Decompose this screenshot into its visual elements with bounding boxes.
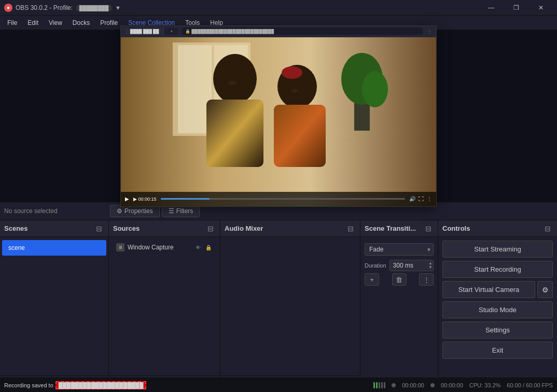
preview-tab-2[interactable]: + [165, 28, 178, 35]
menu-profile[interactable]: Profile [95, 17, 123, 29]
video-content: ▶ ▶ 00:00:15 🔊 ⛶ ⋮ [121, 37, 436, 206]
sources-list: 🖥 Window Capture 👁 🔒 [109, 237, 220, 375]
svg-rect-10 [206, 100, 263, 167]
controls-content: Start Streaming Start Recording Start Vi… [438, 237, 557, 392]
source-item-window-capture[interactable]: 🖥 Window Capture 👁 🔒 [111, 240, 218, 255]
preview-caption: ████ ███ ██ + 🔒 ████████████████████████… [121, 26, 436, 37]
menu-view[interactable]: View [44, 17, 67, 29]
video-right-controls: 🔊 ⛶ ⋮ [409, 196, 432, 202]
properties-button[interactable]: ⚙ Properties [110, 205, 160, 217]
more-transition-button[interactable]: ⋮ [419, 273, 434, 286]
stream-time: 00:00:00 [402, 382, 424, 388]
audio-mixer-panel: Audio Mixer ⊟ ⚙ ⋮ [220, 220, 360, 392]
virtual-camera-row: Start Virtual Camera ⚙ [442, 281, 553, 298]
scenes-panel-title: Scenes [4, 225, 28, 232]
audio-bar-5 [384, 382, 385, 388]
svg-point-8 [362, 71, 388, 107]
audio-mixer-expand-button[interactable]: ⊟ [345, 223, 356, 234]
progress-bar[interactable] [161, 198, 405, 200]
controls-header: Controls ⊟ [438, 220, 557, 237]
start-streaming-button[interactable]: Start Streaming [442, 241, 553, 258]
start-virtual-camera-button[interactable]: Start Virtual Camera [442, 281, 535, 298]
sources-panel-header: Sources ⊟ [109, 220, 220, 237]
transition-select[interactable]: Fade Cut Swipe Slide [365, 243, 434, 256]
studio-mode-button[interactable]: Studio Mode [442, 301, 553, 318]
source-label: Window Capture [128, 244, 191, 251]
scenes-panel-header: Scenes ⊟ [0, 220, 108, 237]
controls-title: Controls [442, 225, 470, 232]
maximize-button[interactable]: ❐ [504, 0, 528, 16]
settings-button[interactable]: Settings [442, 321, 553, 339]
svg-point-13 [282, 66, 302, 79]
duration-decrement-button[interactable]: ▼ [428, 265, 433, 270]
preview-tabs: ████ ███ ██ + [125, 28, 178, 35]
preview-window: ████ ███ ██ + 🔒 ████████████████████████… [120, 25, 437, 207]
close-button[interactable]: ✕ [529, 0, 553, 16]
gear-icon: ⚙ [117, 207, 122, 215]
volume-icon[interactable]: 🔊 [409, 196, 415, 202]
no-source-label: No source selected [4, 207, 108, 215]
more-options-icon[interactable]: ⋮ [427, 196, 432, 202]
menu-file[interactable]: File [2, 17, 22, 29]
exit-button[interactable]: Exit [442, 342, 553, 359]
time-display: ▶ 00:00:15 [133, 197, 157, 202]
preview-area: ████ ███ ██ + 🔒 ████████████████████████… [0, 30, 557, 202]
duration-spinners: ▲ ▼ [428, 260, 433, 271]
status-bar: Recording saved to █████████████████████… [0, 377, 557, 392]
sources-panel-title: Sources [113, 225, 140, 232]
sources-expand-button[interactable]: ⊟ [205, 223, 216, 234]
duration-row: Duration ▲ ▼ [365, 260, 434, 271]
transitions-title: Scene Transiti... [365, 225, 416, 232]
scene-item-scene[interactable]: scene [2, 240, 106, 256]
menu-edit[interactable]: Edit [22, 17, 44, 29]
source-actions: 👁 🔒 [194, 243, 213, 251]
gear-settings-icon: ⚙ [542, 286, 549, 294]
filters-button[interactable]: ☰ Filters [162, 205, 200, 217]
audio-bar-1 [373, 382, 375, 388]
record-time: 00:00:00 [441, 382, 463, 388]
app-icon: ● [4, 4, 12, 12]
transitions-expand-button[interactable]: ⊟ [423, 223, 434, 234]
source-visibility-button[interactable]: 👁 [194, 243, 202, 251]
scenes-panel: Scenes ⊟ scene + 🗑 ☰ ▲ ▼ [0, 220, 109, 392]
add-transition-button[interactable]: + [365, 273, 379, 286]
duration-input-wrap: ▲ ▼ [389, 260, 434, 271]
address-bar[interactable]: 🔒 ████████████████████████████ [182, 27, 423, 35]
cpu-label: CPU: 33.2% [469, 382, 501, 388]
audio-bar-2 [376, 382, 378, 388]
start-recording-button[interactable]: Start Recording [442, 261, 553, 278]
transitions-content: Fade Cut Swipe Slide ▼ Duration ▲ ▼ [360, 237, 438, 392]
fps-label: 60.00 / 60.00 FPS [507, 382, 553, 388]
audio-mixer-content [220, 237, 360, 375]
svg-point-14 [228, 81, 236, 85]
preview-tab-1[interactable]: ████ ███ ██ [125, 28, 164, 35]
filter-icon: ☰ [169, 207, 174, 215]
progress-fill [161, 198, 210, 200]
stream-status-dot [392, 383, 396, 387]
play-button[interactable]: ▶ [125, 196, 129, 202]
fullscreen-icon[interactable]: ⛶ [419, 196, 424, 202]
recording-saved-section: Recording saved to █████████████████████ [4, 381, 146, 389]
source-lock-button[interactable]: 🔒 [204, 243, 213, 251]
preview-video-svg [121, 37, 436, 206]
bottom-panels: Scenes ⊟ scene + 🗑 ☰ ▲ ▼ Sources ⊟ [0, 220, 557, 392]
transition-select-wrapper: Fade Cut Swipe Slide ▼ [365, 243, 434, 256]
window-controls: — ❐ ✕ [479, 0, 553, 16]
virtual-camera-settings-button[interactable]: ⚙ [537, 281, 553, 298]
scenes-expand-button[interactable]: ⊟ [94, 223, 104, 234]
svg-rect-12 [274, 105, 326, 167]
window-capture-icon: 🖥 [116, 243, 124, 251]
titlebar-title: OBS 30.0.2 - Profile: ████████ ▼ [16, 4, 479, 11]
audio-mixer-header: Audio Mixer ⊟ [220, 220, 360, 237]
record-status-dot [430, 383, 435, 387]
audio-bar-3 [379, 382, 380, 388]
menu-docks[interactable]: Docks [67, 17, 95, 29]
duration-input[interactable] [389, 260, 434, 271]
transitions-panel: Scene Transiti... ⊟ Fade Cut Swipe Slide… [360, 220, 438, 392]
minimize-button[interactable]: — [479, 0, 503, 16]
delete-transition-button[interactable]: 🗑 [392, 273, 407, 286]
titlebar: ● OBS 30.0.2 - Profile: ████████ ▼ — ❐ ✕ [0, 0, 557, 16]
svg-point-15 [291, 89, 298, 92]
controls-expand-button[interactable]: ⊟ [542, 223, 553, 234]
audio-mixer-title: Audio Mixer [225, 225, 263, 232]
